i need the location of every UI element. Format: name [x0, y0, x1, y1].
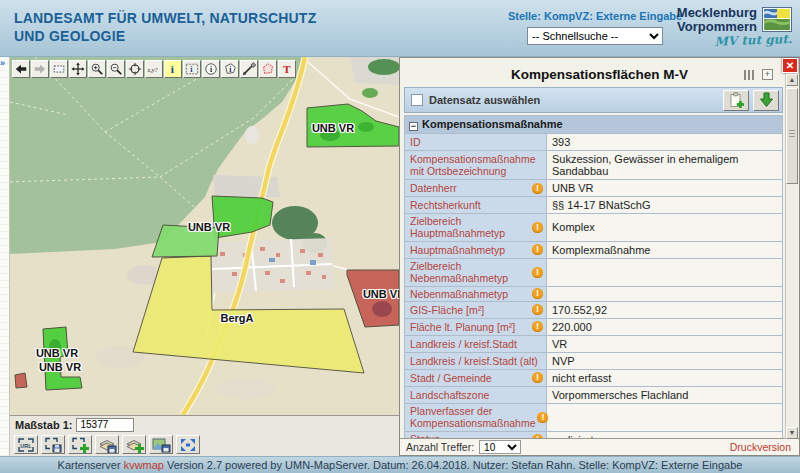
- scroll-thumb[interactable]: [786, 88, 798, 184]
- section-header-row: Kompensationsmaßnahme: [405, 116, 783, 134]
- table-row: ID 393: [405, 134, 783, 151]
- zoom-in-icon[interactable]: [88, 60, 106, 78]
- footer-text: Kartenserver: [58, 459, 124, 471]
- attribute-panel: ✕ Kompensationsflächen M-V + Datensatz a…: [399, 57, 800, 456]
- extent-url-icon[interactable]: URL: [14, 435, 38, 454]
- warning-icon[interactable]: [532, 372, 543, 383]
- table-row: Rechtsherkunft §§ 14-17 BNatSchG: [405, 197, 783, 214]
- warning-icon[interactable]: [532, 288, 543, 299]
- fit-extent-icon[interactable]: [176, 435, 200, 454]
- scale-input[interactable]: [76, 418, 134, 432]
- download-icon[interactable]: [753, 90, 779, 111]
- attribute-value: 393: [547, 134, 783, 151]
- attribute-table-body: Kompensationsmaßnahme ID 393 Kompensatio…: [405, 116, 783, 443]
- pan-icon[interactable]: [69, 60, 87, 78]
- select-record-label: Datensatz auswählen: [429, 94, 719, 106]
- layers-save-icon[interactable]: [95, 435, 119, 454]
- warning-icon[interactable]: [532, 321, 543, 332]
- svg-text:i: i: [190, 65, 193, 74]
- forward-icon[interactable]: [31, 60, 49, 78]
- area-label: UNB VR: [36, 347, 78, 359]
- measure-icon[interactable]: [240, 60, 258, 78]
- table-row: Planverfasser der Kompensationsmaßnahme: [405, 403, 783, 431]
- columns-view-icon[interactable]: [744, 70, 754, 80]
- zoom-out-icon[interactable]: [107, 60, 125, 78]
- table-row: GIS-Fläche [m²] 170.552,92: [405, 301, 783, 318]
- area-label: UNB VR: [188, 221, 230, 233]
- table-row: Stadt / Gemeinde nicht erfasst: [405, 369, 783, 386]
- agency-title: LANDESAMT FÜR UMWELT, NATURSCHUTZ UND GE…: [14, 9, 316, 45]
- print-version-link[interactable]: Druckversion: [730, 441, 791, 453]
- svg-text:T: T: [283, 63, 291, 75]
- kvwmap-link[interactable]: kvwmap: [124, 459, 164, 471]
- back-icon[interactable]: [12, 60, 30, 78]
- mv-logo: Mecklenburg Vorpommern MV tut gut.: [677, 6, 792, 48]
- warning-icon[interactable]: [532, 244, 543, 255]
- attribute-value: §§ 14-17 BNatSchG: [547, 197, 783, 214]
- attribute-value: NVP: [547, 352, 783, 369]
- attribute-label: Fläche lt. Planung [m²]: [410, 321, 515, 333]
- panel-scrollbar[interactable]: [785, 74, 798, 439]
- panel-title: Kompensationsflächen M-V: [400, 61, 799, 82]
- draw-polygon-icon[interactable]: [259, 60, 277, 78]
- table-row: Landkreis / kreisf.Stadt VR: [405, 335, 783, 352]
- extent-save-icon[interactable]: [41, 435, 65, 454]
- attribute-label: ID: [410, 136, 421, 148]
- attribute-value: 170.552,92: [547, 301, 783, 318]
- table-row: Hauptmaßnahmetyp Komplexmaßnahme: [405, 241, 783, 258]
- scale-label: Maßstab 1:: [15, 419, 72, 431]
- attribute-value: UNB VR: [547, 180, 783, 197]
- attribute-value: nicht erfasst: [547, 369, 783, 386]
- table-row: Nebenmaßnahmetyp: [405, 286, 783, 301]
- record-select-bar: Datensatz auswählen: [404, 87, 783, 113]
- map-bottom-toolbar: URL: [10, 433, 399, 456]
- scroll-down-icon[interactable]: [786, 427, 798, 439]
- attribute-label: Planverfasser der Kompensationsmaßnahme: [410, 405, 535, 430]
- zoom-extent-icon[interactable]: [50, 60, 68, 78]
- attribute-value: [547, 403, 783, 431]
- query-xy-icon[interactable]: x,y?: [145, 60, 163, 78]
- layers-add-icon[interactable]: [122, 435, 146, 454]
- collapse-icon[interactable]: [409, 122, 418, 131]
- attribute-label: Hauptmaßnahmetyp: [410, 244, 505, 256]
- area-label: UNB VR: [312, 122, 354, 134]
- close-icon[interactable]: ✕: [782, 58, 798, 73]
- table-row: Datenherr UNB VR: [405, 180, 783, 197]
- add-text-icon[interactable]: T: [278, 60, 296, 78]
- map[interactable]: UNB VR UNB VR UNB VR BergA UNB VR UNB VR: [10, 57, 399, 456]
- table-row: Kompensationsmaßnahme mit Ortsbezeichnun…: [405, 151, 783, 180]
- attribute-value: VR: [547, 335, 783, 352]
- info-circle-icon[interactable]: i: [202, 60, 220, 78]
- scroll-up-icon[interactable]: [786, 74, 798, 86]
- warning-icon[interactable]: [532, 183, 543, 194]
- new-record-icon[interactable]: [723, 90, 749, 111]
- attribute-value: Komplex: [547, 214, 783, 242]
- attribute-table: Kompensationsmaßnahme ID 393 Kompensatio…: [404, 115, 783, 442]
- attribute-label: Kompensationsmaßnahme mit Ortsbezeichnun…: [410, 153, 543, 178]
- info-select-box-icon[interactable]: i: [183, 60, 201, 78]
- footer-text: Version 2.7 powered by UMN-MapServer. Da…: [164, 459, 742, 471]
- map-export-icon[interactable]: [149, 435, 173, 454]
- svg-text:URL: URL: [20, 443, 32, 449]
- attribute-label: Rechtsherkunft: [410, 199, 481, 211]
- attribute-label: Landschaftszone: [410, 389, 489, 401]
- expand-panel-icon[interactable]: +: [762, 69, 773, 80]
- section-title: Kompensationsmaßnahme: [422, 118, 563, 130]
- warning-icon[interactable]: [532, 222, 543, 233]
- warning-icon[interactable]: [532, 267, 543, 278]
- hits-label: Anzahl Treffer:: [406, 441, 474, 453]
- warning-icon[interactable]: [532, 304, 543, 315]
- select-record-checkbox[interactable]: [411, 94, 423, 106]
- info-icon[interactable]: i: [164, 60, 182, 78]
- svg-text:x,y?: x,y?: [147, 67, 157, 73]
- table-row: Landschaftszone Vorpommersches Flachland: [405, 386, 783, 403]
- extent-add-icon[interactable]: [68, 435, 92, 454]
- hits-select[interactable]: 10: [479, 440, 521, 454]
- map-canvas[interactable]: UNB VR UNB VR UNB VR BergA UNB VR UNB VR: [10, 57, 399, 415]
- area-label: UNB VR: [363, 288, 399, 300]
- expand-legend-icon[interactable]: »: [0, 58, 5, 68]
- attribute-label: Zielbereich Hauptmaßnahmetyp: [410, 215, 530, 240]
- info-polygon-icon[interactable]: i: [221, 60, 239, 78]
- quicksearch-select[interactable]: -- Schnellsuche --: [527, 27, 663, 45]
- center-point-icon[interactable]: [126, 60, 144, 78]
